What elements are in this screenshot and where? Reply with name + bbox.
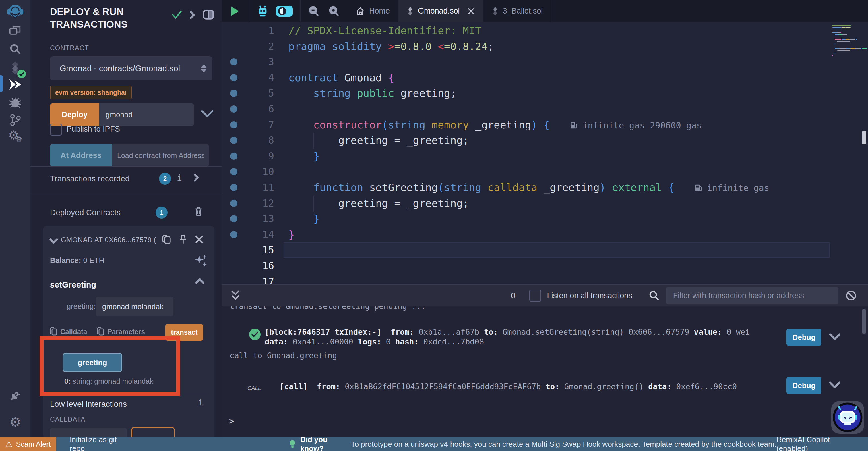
solidity-icon	[491, 6, 499, 16]
expand-call-chevron-icon[interactable]	[829, 381, 840, 389]
indent-guide	[313, 196, 314, 212]
file-explorer-icon[interactable]	[0, 25, 30, 37]
code-editor[interactable]: 1// SPDX-License-Identifier: MIT2pragma …	[222, 22, 868, 284]
run-script-icon[interactable]	[231, 7, 239, 16]
calldata-copy-label[interactable]: Calldata	[60, 328, 87, 336]
copy-address-icon[interactable]	[162, 234, 172, 245]
expand-tx-chevron-icon[interactable]	[829, 333, 840, 340]
listen-all-checkbox[interactable]	[529, 289, 541, 302]
search-icon[interactable]	[0, 43, 30, 55]
transact-button[interactable]: transact	[165, 324, 203, 341]
tip-label: Did you know?	[300, 435, 349, 451]
code-line-5: 5 string public greeting;	[222, 85, 868, 101]
ai-robot-icon	[833, 402, 863, 432]
clear-terminal-icon[interactable]	[845, 290, 857, 301]
debug-tx-button[interactable]: Debug	[786, 329, 822, 346]
remix-logo-icon[interactable]	[0, 2, 30, 21]
copy-calldata-icon[interactable]	[50, 327, 58, 336]
copilot-toggle[interactable]	[276, 6, 293, 17]
divider	[30, 166, 222, 167]
contract-collapse-chevron-icon[interactable]	[50, 238, 58, 244]
transactions-expand-chevron-icon[interactable]	[193, 173, 200, 181]
ai-toggle-segment	[249, 0, 301, 22]
transactions-count-badge: 2	[159, 173, 171, 185]
debug-call-button[interactable]: Debug	[786, 377, 822, 394]
code-line-2: 2pragma solidity >=0.8.0 <=0.8.24;	[222, 38, 868, 54]
function-name: setGreeting	[50, 280, 96, 289]
code-line-7: 7 constructor(string memory _greeting) {…	[222, 117, 868, 133]
copy-parameters-icon[interactable]	[96, 327, 105, 336]
debugger-icon[interactable]	[0, 96, 30, 109]
contract-select[interactable]: Gmonad - contracts/Gmonad.sol	[50, 56, 212, 80]
zoom-segment	[301, 0, 347, 22]
trash-icon[interactable]	[194, 206, 203, 217]
terminal-search-icon[interactable]	[648, 290, 660, 301]
remix-ide-window: ⚙⚙ ⚙ DEPLOY & RUN TRANSACTIONS CONTRACT …	[0, 0, 868, 451]
solidity-unit-testing-icon[interactable]: ⚙⚙	[0, 129, 30, 145]
code-line-1: 1// SPDX-License-Identifier: MIT	[222, 23, 868, 38]
plugin-manager-icon[interactable]	[0, 390, 30, 402]
copilot-status[interactable]: RemixAI Copilot (enabled)	[776, 435, 857, 451]
code-line-16: 16	[222, 258, 868, 274]
at-address-button[interactable]: At Address	[50, 144, 112, 167]
editor-scrollbar-thumb[interactable]	[862, 131, 866, 144]
scam-alert-button[interactable]: ⚠ Scam Alert	[0, 437, 56, 451]
ai-sparkles-icon[interactable]	[193, 254, 207, 267]
tab-ballot-sol[interactable]: 3_Ballot.sol	[484, 0, 552, 22]
deploy-button[interactable]: Deploy	[50, 104, 99, 126]
tab-home[interactable]: Home	[347, 0, 398, 22]
code-line-11: 11 function setGreeting(string calldata …	[222, 179, 868, 195]
contract-select-value: Gmonad - contracts/Gmonad.sol	[60, 64, 180, 73]
low-level-title: Low level interactions	[50, 400, 127, 409]
transactions-recorded-label: Transactions recorded	[50, 174, 130, 183]
zoom-out-icon[interactable]	[308, 5, 320, 17]
pin-icon[interactable]	[179, 234, 188, 245]
compile-success-badge	[17, 69, 26, 78]
publish-ipfs-checkbox[interactable]	[50, 123, 62, 136]
transactions-info-icon[interactable]: i	[177, 173, 182, 183]
lightbulb-icon	[289, 439, 296, 449]
divider	[30, 195, 222, 195]
param-input[interactable]	[96, 297, 174, 316]
git-init-button[interactable]: Initialize as git repo	[70, 435, 129, 451]
terminal-scrollbar-thumb[interactable]	[862, 309, 866, 334]
terminal-prompt[interactable]: >	[229, 416, 234, 426]
remove-instance-icon[interactable]	[195, 235, 204, 244]
call-result: 0: string: gmonad molandak	[64, 377, 153, 386]
terminal-tx-count: 0	[511, 291, 516, 300]
greeting-call-button[interactable]: greeting	[63, 353, 122, 372]
panel-layout-icon[interactable]	[203, 9, 214, 20]
deploy-arg-input[interactable]	[99, 104, 194, 126]
code-line-4: 4contract Gmonad {	[222, 70, 868, 86]
balance-label: Balance:	[50, 256, 81, 264]
parameters-copy-label[interactable]: Parameters	[107, 328, 145, 336]
minimap[interactable]	[832, 25, 867, 71]
zoom-in-icon[interactable]	[329, 5, 340, 17]
copilot-robot-icon[interactable]	[257, 5, 269, 18]
tip-text: To prototype on a uniswap v4 hooks, you …	[349, 440, 776, 449]
terminal[interactable]: transact to Gmonad.setGreeting pending .…	[222, 306, 868, 437]
tab-gmonad-sol[interactable]: Gmonad.sol	[398, 0, 484, 22]
at-address-input[interactable]	[112, 144, 209, 167]
home-icon	[355, 6, 365, 16]
panel-collapse-chevron-icon[interactable]	[189, 11, 196, 19]
solidity-compiler-icon[interactable]	[0, 61, 30, 75]
editor-tabbar: Home Gmonad.sol 3_Ballot.sol	[222, 0, 868, 22]
git-icon[interactable]	[0, 114, 30, 126]
function-collapse-chevron-icon[interactable]	[195, 278, 205, 284]
remix-ai-assistant-button[interactable]	[831, 401, 864, 434]
close-tab-icon[interactable]	[467, 7, 475, 15]
gas-estimate-lens: infinite gas 290600 gas	[570, 120, 702, 131]
low-level-info-icon[interactable]: i	[198, 397, 203, 407]
icon-rail: ⚙⚙ ⚙	[0, 0, 31, 451]
gas-estimate-lens: infinite gas	[694, 183, 769, 193]
code-line-8: 8 greeting = _greeting;	[222, 133, 868, 148]
deploy-expand-chevron-icon[interactable]	[201, 110, 214, 118]
tx-success-icon	[249, 329, 260, 340]
settings-gear-icon[interactable]: ⚙	[0, 415, 30, 429]
terminal-collapse-icon[interactable]	[229, 289, 241, 302]
deploy-and-run-icon[interactable]	[0, 78, 30, 91]
terminal-filter-input[interactable]	[666, 287, 838, 304]
code-line-13: 13 }	[222, 211, 868, 227]
panel-check-icon	[172, 10, 182, 19]
